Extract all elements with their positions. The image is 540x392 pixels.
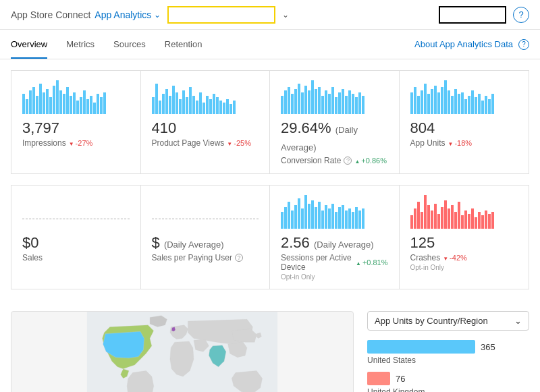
sessions-value: 2.56 (Daily Average) (281, 234, 388, 252)
nav-help-icon[interactable]: ? (518, 39, 529, 50)
brand-label: App Store Connect (11, 9, 90, 20)
impressions-label: Impressions -27% (22, 138, 130, 148)
dropdown-chevron-icon: ⌄ (514, 316, 522, 326)
date-range-selector[interactable] (439, 6, 506, 24)
crashes-value: 125 (410, 234, 518, 252)
page-views-change: -25% (227, 139, 251, 147)
conversion-chart (281, 80, 388, 114)
sales-label: Sales (22, 253, 130, 262)
country-row-us: 365 United States (367, 340, 529, 365)
nav-tabs-bar: Overview Metrics Sources Retention About… (0, 30, 540, 59)
uk-count: 76 (396, 374, 405, 384)
metric-sales: $0 Sales (11, 186, 141, 289)
us-label: United States (367, 356, 529, 365)
down-arrow-icon (443, 254, 448, 262)
sales-value: $0 (22, 234, 130, 252)
map-section: App Units by Country/Region ⌄ 365 United… (0, 311, 540, 392)
country-row-uk: 76 United Kingdom (367, 372, 529, 392)
up-arrow-icon (354, 157, 360, 165)
uk-bar (367, 372, 390, 385)
metric-crashes: 125 Crashes -42% Opt-in Only (400, 186, 529, 289)
sessions-label: Sessions per Active Device +0.81% (281, 253, 388, 272)
app-units-value: 804 (410, 119, 518, 137)
app-units-chart (410, 80, 518, 114)
us-count: 365 (481, 342, 495, 352)
sales-chart (22, 195, 130, 229)
map-legend: App Units by Country/Region ⌄ 365 United… (367, 311, 529, 392)
metric-sessions: 2.56 (Daily Average) Sessions per Active… (270, 186, 400, 289)
metrics-row-1: 3,797 Impressions -27% 410 Product Page … (11, 70, 529, 174)
down-arrow-icon (69, 139, 74, 147)
down-arrow-icon (227, 139, 232, 147)
crashes-chart (410, 195, 518, 229)
metric-sales-per-user: $ (Daily Average) Sales per Paying User … (141, 186, 271, 289)
uk-label: United Kingdom (367, 387, 529, 392)
tab-metrics[interactable]: Metrics (66, 30, 94, 59)
crashes-change: -42% (443, 254, 467, 262)
map-svg (11, 312, 353, 392)
sessions-opt-in: Opt-in Only (281, 273, 388, 281)
metric-app-units: 804 App Units -18% (400, 71, 529, 173)
about-analytics-link[interactable]: About App Analytics Data ? (414, 39, 529, 50)
sales-per-user-chart (152, 195, 259, 229)
sessions-chart (281, 195, 388, 229)
tab-sources[interactable]: Sources (113, 30, 146, 59)
app-analytics-link[interactable]: App Analytics (94, 9, 151, 20)
conversion-label: Conversion Rate ? +0.86% (281, 156, 388, 165)
down-arrow-icon (448, 139, 454, 147)
conversion-change: +0.86% (354, 157, 387, 165)
help-icon: ? (518, 9, 523, 20)
sales-help-icon[interactable]: ? (235, 254, 243, 262)
sales-per-user-value: $ (Daily Average) (152, 234, 259, 252)
page-views-chart (152, 80, 259, 114)
sessions-change: +0.81% (356, 258, 388, 267)
metrics-row-2: $0 Sales $ (Daily Average) Sales per Pay… (11, 185, 529, 289)
country-region-dropdown[interactable]: App Units by Country/Region ⌄ (367, 311, 529, 331)
metric-conversion-rate: 29.64% (Daily Average) Conversion Rate ?… (270, 71, 400, 173)
conversion-help-icon[interactable]: ? (344, 157, 352, 165)
world-map (11, 311, 354, 392)
analytics-chevron-icon[interactable]: ⌄ (154, 10, 161, 20)
crashes-opt-in: Opt-in Only (410, 264, 518, 271)
app-units-label: App Units -18% (410, 138, 518, 148)
impressions-chart (22, 80, 130, 114)
help-button[interactable]: ? (513, 7, 529, 23)
app-selector-chevron-icon[interactable]: ⌄ (282, 10, 289, 20)
tab-overview[interactable]: Overview (11, 30, 47, 59)
impressions-change: -27% (69, 139, 93, 147)
metric-product-page-views: 410 Product Page Views -25% (141, 71, 271, 173)
us-bar (367, 340, 475, 354)
impressions-value: 3,797 (22, 119, 130, 137)
sales-per-user-label: Sales per Paying User ? (152, 253, 259, 262)
tab-retention[interactable]: Retention (165, 30, 202, 59)
page-views-value: 410 (152, 119, 259, 137)
app-name-selector[interactable] (167, 6, 275, 24)
metrics-section: 3,797 Impressions -27% 410 Product Page … (0, 59, 540, 311)
crashes-label: Crashes -42% (410, 253, 518, 262)
app-units-change: -18% (448, 139, 473, 147)
up-arrow-icon (356, 258, 361, 267)
page-views-label: Product Page Views -25% (152, 138, 259, 148)
app-header: App Store Connect App Analytics ⌄ ⌄ ? (0, 0, 540, 30)
conversion-value: 29.64% (Daily Average) (281, 119, 388, 155)
metric-impressions: 3,797 Impressions -27% (11, 71, 141, 173)
